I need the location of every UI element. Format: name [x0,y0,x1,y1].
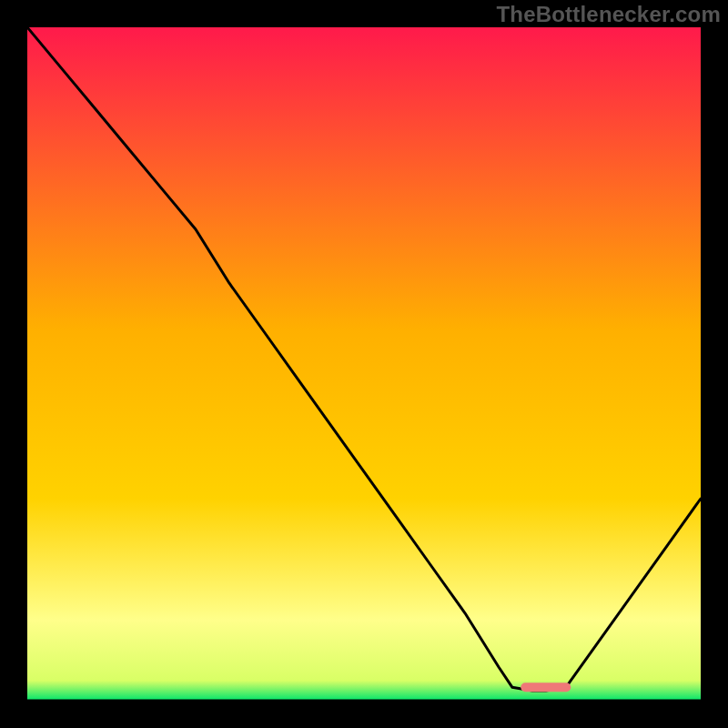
chart-frame: TheBottlenecker.com [0,0,728,728]
optimal-marker [521,682,571,692]
optimal-marker-pill [521,682,571,692]
gradient-background [27,27,701,701]
bottleneck-chart [27,27,701,701]
plot-area [27,27,701,701]
watermark-label: TheBottlenecker.com [496,2,721,27]
